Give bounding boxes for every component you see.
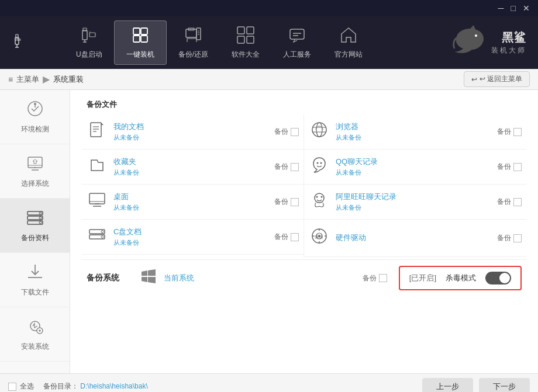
favorites-status: 从未备份 xyxy=(113,168,268,177)
cdrive-action: 备份 xyxy=(274,232,299,242)
svg-text:驱动: 驱动 xyxy=(315,235,323,239)
browser-checkbox[interactable] xyxy=(513,128,522,136)
svg-point-30 xyxy=(34,103,36,105)
svg-point-60 xyxy=(312,123,326,137)
desktop-checkbox[interactable] xyxy=(291,198,299,206)
desktop-status: 从未备份 xyxy=(113,203,268,212)
favorites-checkbox[interactable] xyxy=(291,163,299,171)
install-icon xyxy=(26,317,44,339)
website-label: 官方网站 xyxy=(334,50,363,60)
sidebar-item-install[interactable]: 安装系统 xyxy=(0,307,70,362)
antivirus-box: [已开启] 杀毒模式 xyxy=(399,266,522,290)
nav-item-udisk[interactable]: U U盘启动 xyxy=(64,21,114,64)
software-icon xyxy=(236,26,255,47)
current-system-info: 当前系统 xyxy=(164,273,357,283)
svg-rect-13 xyxy=(133,36,140,42)
software-label: 软件大全 xyxy=(232,50,260,60)
sidebar-item-backup-data[interactable]: 备份资料 xyxy=(0,199,70,253)
download-label: 下载文件 xyxy=(21,287,49,297)
favorites-icon xyxy=(87,155,108,178)
browser-status: 从未备份 xyxy=(336,133,491,142)
breadcrumb-current: 系统重装 xyxy=(53,74,84,85)
select-all-checkbox[interactable] xyxy=(8,383,16,391)
mydocs-info: 我的文档 从未备份 xyxy=(113,122,268,142)
backup-dir-path[interactable]: D:\heisha\heisha\bak\ xyxy=(80,382,147,390)
mydocs-status: 从未备份 xyxy=(113,133,268,142)
qq-status: 从未备份 xyxy=(336,168,491,177)
qq-name: QQ聊天记录 xyxy=(336,157,491,167)
browser-action-label: 备份 xyxy=(497,127,511,137)
brand-text: 黑鲨 装机大师 xyxy=(491,30,526,55)
brand-area: 黑鲨 装机大师 xyxy=(446,16,532,69)
mydocs-checkbox[interactable] xyxy=(291,128,299,136)
udisk-label: U盘启动 xyxy=(76,50,102,60)
minimize-button[interactable]: ─ xyxy=(495,4,508,13)
oneclick-icon xyxy=(131,26,150,47)
prev-button[interactable]: 上一步 xyxy=(422,378,473,393)
sidebar: 环境检测 选择系统 xyxy=(0,90,70,373)
svg-rect-11 xyxy=(133,28,140,34)
mydocs-name: 我的文档 xyxy=(113,122,268,132)
svg-text:USB: USB xyxy=(15,38,21,41)
backup-data-label: 备份资料 xyxy=(21,233,49,243)
antivirus-toggle[interactable] xyxy=(485,272,511,285)
cdrive-info: C盘文档 从未备份 xyxy=(113,227,268,247)
mydocs-action-label: 备份 xyxy=(274,127,288,137)
nav-item-service[interactable]: 人工服务 xyxy=(271,21,323,64)
backup-system-row: 备份系统 当前系统 备份 [已开启] 杀毒模式 xyxy=(82,259,526,296)
current-system-name: 当前系统 xyxy=(164,273,357,283)
driver-action: 备份 xyxy=(497,233,522,243)
svg-rect-9 xyxy=(89,33,95,37)
breadcrumb-home[interactable]: 主菜单 xyxy=(16,74,39,85)
svg-rect-21 xyxy=(237,27,244,34)
svg-point-58 xyxy=(101,231,104,233)
logo-usb-icon: USB xyxy=(13,33,29,53)
qq-checkbox[interactable] xyxy=(513,163,522,171)
current-system-checkbox[interactable] xyxy=(379,274,387,282)
backup-items-grid: 我的文档 从未备份 备份 收藏夹 xyxy=(82,115,526,257)
windows-icon xyxy=(139,267,158,290)
mydocs-action: 备份 xyxy=(274,127,299,137)
download-icon xyxy=(26,262,44,285)
driver-icon: 驱动 xyxy=(309,226,330,251)
favorites-action-label: 备份 xyxy=(274,162,288,172)
desktop-name: 桌面 xyxy=(113,192,268,202)
backup-item-aliww: 阿里旺旺聊天记录 从未备份 备份 xyxy=(304,185,526,220)
back-button[interactable]: ↩ ↩ 返回主菜单 xyxy=(464,71,530,87)
backup-icon xyxy=(184,26,202,47)
nav-item-oneclick[interactable]: 一键装机 xyxy=(114,20,167,65)
website-icon xyxy=(339,26,358,47)
aliww-checkbox[interactable] xyxy=(513,198,522,206)
sidebar-item-select-sys[interactable]: 选择系统 xyxy=(0,144,70,199)
cdrive-name: C盘文档 xyxy=(113,227,268,237)
breadcrumb-bar: ≡ 主菜单 ▶ 系统重装 ↩ ↩ 返回主菜单 xyxy=(0,69,538,90)
qq-action-label: 备份 xyxy=(497,162,511,172)
select-all-row: 全选 xyxy=(8,381,34,391)
sidebar-item-download[interactable]: 下载文件 xyxy=(0,253,70,307)
favorites-info: 收藏夹 从未备份 xyxy=(113,157,268,177)
svg-point-40 xyxy=(39,217,42,219)
select-all-label: 全选 xyxy=(20,381,34,391)
restore-button[interactable]: □ xyxy=(508,4,519,13)
sidebar-item-env-check[interactable]: 环境检测 xyxy=(0,90,70,144)
svg-point-39 xyxy=(39,212,42,214)
close-button[interactable]: ✕ xyxy=(519,4,533,13)
nav-item-backup[interactable]: 备份/还原 xyxy=(167,21,220,64)
cdrive-checkbox[interactable] xyxy=(291,233,299,241)
backup-item-browser: 浏览器 从未备份 备份 xyxy=(304,115,526,150)
qq-icon xyxy=(309,155,330,178)
backup-system-title: 备份系统 xyxy=(87,273,133,283)
svg-point-66 xyxy=(315,193,324,203)
install-label: 安装系统 xyxy=(21,342,49,352)
backup-right-col: 浏览器 从未备份 备份 xyxy=(304,115,526,257)
svg-point-41 xyxy=(39,221,42,224)
svg-point-67 xyxy=(316,196,318,198)
browser-info: 浏览器 从未备份 xyxy=(336,122,491,142)
nav-item-software[interactable]: 软件大全 xyxy=(220,21,271,64)
aliww-icon xyxy=(309,190,330,213)
driver-checkbox[interactable] xyxy=(513,234,522,242)
next-button[interactable]: 下一步 xyxy=(479,378,530,393)
app-logo: USB xyxy=(6,16,64,69)
bottom-bar: 全选 备份目录： D:\heisha\heisha\bak\ 上一步 下一步 xyxy=(0,373,538,392)
nav-item-website[interactable]: 官方网站 xyxy=(323,21,374,64)
